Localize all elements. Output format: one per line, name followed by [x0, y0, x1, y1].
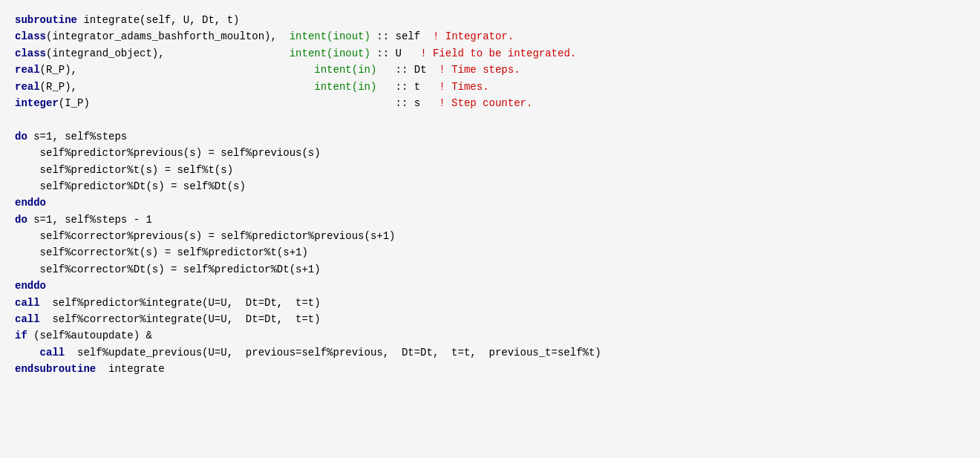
- code-token: :: U: [370, 48, 420, 59]
- code-token: self%predictor%previous(s) = self%previo…: [15, 147, 321, 159]
- code-token: do: [15, 131, 27, 143]
- code-line: class(integrand_object), intent(inout) :…: [15, 45, 965, 62]
- code-token: class: [15, 48, 46, 59]
- code-line: call self%corrector%integrate(U=U, Dt=Dt…: [15, 311, 965, 327]
- code-token: inout: [333, 30, 365, 42]
- code-line: self%corrector%t(s) = self%predictor%t(s…: [15, 244, 965, 261]
- code-line: do s=1, self%steps: [15, 128, 965, 145]
- code-token: self%update_previous(U=U, previous=self%…: [65, 347, 601, 359]
- code-line: real(R_P), intent(in) :: Dt ! Time steps…: [15, 62, 965, 78]
- code-token: (: [352, 64, 358, 76]
- code-token: intent: [290, 48, 327, 59]
- code-token: intent: [314, 81, 351, 93]
- code-token: (: [327, 30, 333, 42]
- code-token: self%corrector%Dt(s) = self%predictor%Dt…: [15, 264, 321, 275]
- code-token: call: [15, 313, 40, 325]
- code-token: (R_P),: [40, 64, 77, 76]
- code-token: integer: [15, 97, 59, 109]
- code-token: ): [365, 30, 370, 42]
- code-token: ! Integrator.: [433, 30, 514, 42]
- code-token: real: [15, 81, 40, 93]
- code-token: integrate: [96, 363, 164, 375]
- code-token: :: t: [376, 81, 439, 93]
- code-token: self%corrector%integrate(U=U, Dt=Dt, t=t…: [40, 313, 321, 325]
- code-token: ! Times.: [439, 81, 489, 93]
- code-line: endsubroutine integrate: [15, 361, 965, 377]
- code-token: ): [365, 48, 370, 59]
- code-line: enddo: [15, 278, 965, 294]
- code-line: self%predictor%previous(s) = self%previo…: [15, 145, 965, 161]
- code-token: s=1, self%steps: [27, 131, 127, 143]
- code-line: [15, 111, 965, 128]
- code-token: self%corrector%previous(s) = self%predic…: [15, 230, 395, 242]
- code-token: ! Field to be integrated.: [420, 48, 576, 59]
- code-token: call: [15, 297, 40, 309]
- code-line: self%predictor%t(s) = self%t(s): [15, 162, 965, 178]
- code-line: real(R_P), intent(in) :: t ! Times.: [15, 79, 965, 95]
- code-token: in: [358, 64, 370, 76]
- code-token: (I_P): [59, 97, 90, 109]
- code-token: (R_P),: [40, 81, 77, 93]
- code-line: subroutine integrate(self, U, Dt, t): [15, 12, 965, 28]
- code-token: (: [352, 81, 358, 93]
- code-token: :: Dt: [376, 64, 439, 76]
- code-token: [277, 30, 290, 42]
- code-token: ! Time steps.: [439, 64, 520, 76]
- code-line: self%predictor%Dt(s) = self%Dt(s): [15, 178, 965, 194]
- code-token: (integrand_object),: [46, 48, 165, 59]
- code-line: call self%update_previous(U=U, previous=…: [15, 344, 965, 361]
- code-token: s=1, self%steps - 1: [27, 214, 152, 226]
- code-token: enddo: [15, 197, 46, 209]
- code-token: do: [15, 214, 27, 226]
- code-block: subroutine integrate(self, U, Dt, t)clas…: [15, 12, 965, 378]
- code-token: inout: [333, 48, 365, 59]
- code-token: [77, 64, 314, 76]
- code-line: self%corrector%previous(s) = self%predic…: [15, 228, 965, 244]
- code-token: self%predictor%t(s) = self%t(s): [15, 164, 233, 176]
- code-token: (integrator_adams_bashforth_moulton),: [46, 30, 277, 42]
- code-token: class: [15, 30, 46, 42]
- code-token: if: [15, 330, 27, 341]
- code-token: intent: [290, 30, 327, 42]
- code-line: self%corrector%Dt(s) = self%predictor%Dt…: [15, 261, 965, 278]
- code-line: if (self%autoupdate) &: [15, 327, 965, 344]
- code-token: [15, 347, 40, 359]
- code-token: (: [327, 48, 333, 59]
- code-token: endsubroutine: [15, 363, 96, 375]
- code-token: (self%autoupdate) &: [27, 330, 152, 341]
- code-token: [77, 81, 314, 93]
- code-token: self%corrector%t(s) = self%predictor%t(s…: [15, 246, 308, 258]
- code-token: :: self: [370, 30, 433, 42]
- code-line: integer(I_P) :: s ! Step counter.: [15, 95, 965, 111]
- code-token: self%predictor%integrate(U=U, Dt=Dt, t=t…: [40, 297, 321, 309]
- code-token: :: s: [376, 97, 439, 109]
- code-token: enddo: [15, 280, 46, 292]
- code-line: call self%predictor%integrate(U=U, Dt=Dt…: [15, 295, 965, 311]
- code-line: class(integrator_adams_bashforth_moulton…: [15, 28, 965, 45]
- code-line: enddo: [15, 194, 965, 211]
- code-line: do s=1, self%steps - 1: [15, 212, 965, 228]
- code-token: intent: [314, 64, 351, 76]
- code-token: [90, 97, 376, 109]
- code-token: in: [358, 81, 370, 93]
- code-token: self%predictor%Dt(s) = self%Dt(s): [15, 180, 246, 192]
- code-token: subroutine: [15, 14, 77, 26]
- code-token: call: [40, 347, 65, 359]
- code-token: ! Step counter.: [439, 97, 532, 109]
- code-container: subroutine integrate(self, U, Dt, t)clas…: [0, 0, 980, 458]
- code-token: real: [15, 64, 40, 76]
- code-token: integrate(self, U, Dt, t): [77, 14, 239, 26]
- code-token: [165, 48, 290, 59]
